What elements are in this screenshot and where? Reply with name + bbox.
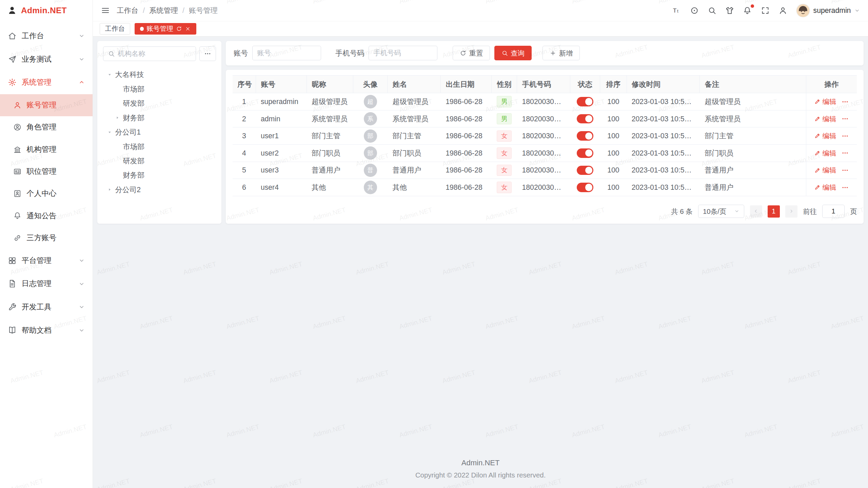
fullscreen-icon[interactable] <box>761 6 770 15</box>
cell-index: 3 <box>233 127 256 145</box>
caret-down-icon[interactable] <box>105 70 114 79</box>
row-more-button[interactable] <box>841 166 849 174</box>
row-more-button[interactable] <box>841 149 849 157</box>
reset-label: 重置 <box>469 48 483 58</box>
tree-node[interactable]: 大名科技 <box>103 67 216 82</box>
theme-icon[interactable] <box>725 6 734 15</box>
breadcrumb-item[interactable]: 系统管理 <box>149 6 178 15</box>
search-button[interactable]: 查询 <box>494 46 532 60</box>
search-icon <box>501 50 508 57</box>
caret-right-icon[interactable] <box>105 185 114 194</box>
cell-avatar: 系 <box>353 110 388 127</box>
tree-node[interactable]: 财务部 <box>103 110 216 125</box>
font-size-icon[interactable]: Tt <box>672 6 681 15</box>
sidebar-item-position-management[interactable]: 职位管理 <box>0 160 93 182</box>
tree-node[interactable]: 研发部 <box>103 154 216 168</box>
prev-page-button[interactable] <box>750 205 762 218</box>
search-icon[interactable] <box>708 6 716 15</box>
caret-down-icon[interactable] <box>105 128 114 137</box>
topbar-action-icons: Tt <box>672 6 787 15</box>
edit-button[interactable]: 编辑 <box>814 165 836 175</box>
sidebar-item-dev-tools[interactable]: 开发工具 <box>0 296 93 319</box>
status-toggle[interactable] <box>577 114 593 124</box>
status-toggle[interactable] <box>577 166 593 175</box>
tree-node[interactable]: 财务部 <box>103 168 216 182</box>
org-more-button[interactable] <box>199 46 216 61</box>
account-input[interactable] <box>257 49 316 57</box>
notification-icon[interactable] <box>743 6 752 15</box>
row-more-button[interactable] <box>841 98 849 106</box>
sidebar-item-workbench[interactable]: 工作台 <box>0 24 93 48</box>
edit-button[interactable]: 编辑 <box>814 114 836 124</box>
cell-account: admin <box>256 110 307 127</box>
tree-node[interactable]: 分公司1 <box>103 125 216 139</box>
row-avatar: 其 <box>364 181 377 194</box>
tree-node-label: 市场部 <box>123 84 144 94</box>
edit-button[interactable]: 编辑 <box>814 183 836 192</box>
sidebar-item-notice[interactable]: 通知公告 <box>0 205 93 227</box>
toggle-knob <box>585 98 592 105</box>
sidebar-item-log-management[interactable]: 日志管理 <box>0 272 93 296</box>
status-toggle[interactable] <box>577 148 593 158</box>
status-toggle[interactable] <box>577 131 593 141</box>
next-page-button[interactable] <box>785 205 797 218</box>
cell-phone: 18020030720 <box>517 93 570 110</box>
sidebar-item-label: 机构管理 <box>26 144 56 155</box>
status-toggle[interactable] <box>577 97 593 106</box>
cell-index: 5 <box>233 162 256 179</box>
sidebar-item-platform-management[interactable]: 平台管理 <box>0 249 93 272</box>
user-panel-icon[interactable] <box>778 6 787 15</box>
edit-button[interactable]: 编辑 <box>814 97 836 106</box>
page-number-button[interactable]: 1 <box>768 205 780 218</box>
chevron-down-icon <box>78 56 85 63</box>
tree-node[interactable]: 市场部 <box>103 139 216 154</box>
cell-remark: 系统管理员 <box>700 110 806 127</box>
sidebar-item-system-management[interactable]: 系统管理 <box>0 71 93 94</box>
edit-button[interactable]: 编辑 <box>814 131 836 141</box>
tab-close-icon[interactable] <box>185 26 191 32</box>
breadcrumb-item[interactable]: 工作台 <box>117 6 138 15</box>
filter-bar: 账号 手机号码 重置 <box>226 41 864 65</box>
tree-node[interactable]: 研发部 <box>103 96 216 110</box>
logo[interactable]: Admin.NET <box>0 0 93 21</box>
tree-node[interactable]: 市场部 <box>103 82 216 96</box>
sidebar-item-account-management[interactable]: 账号管理 <box>0 94 93 116</box>
row-more-button[interactable] <box>841 115 849 123</box>
tree-node[interactable]: 分公司2 <box>103 183 216 197</box>
goto-page-input[interactable] <box>822 205 844 218</box>
caret-right-icon[interactable] <box>113 114 122 122</box>
cell-name: 系统管理员 <box>388 110 441 127</box>
sidebar-item-third-party-account[interactable]: 三方账号 <box>0 227 93 249</box>
sidebar-item-personal-center[interactable]: 个人中心 <box>0 183 93 205</box>
add-button[interactable]: 新增 <box>542 46 580 60</box>
cell-modified: 2023-01-03 10:59:44 <box>627 110 700 127</box>
menu-collapse-icon[interactable] <box>101 6 110 15</box>
sidebar-item-help-docs[interactable]: 帮助文档 <box>0 319 93 342</box>
cell-status <box>570 162 600 179</box>
tab-workbench[interactable]: 工作台 <box>100 23 130 35</box>
column-header-modified: 修改时间 <box>627 75 700 93</box>
locale-icon[interactable] <box>690 6 699 15</box>
toggle-knob <box>585 184 592 191</box>
sidebar-item-business-test[interactable]: 业务测试 <box>0 47 93 71</box>
add-label: 新增 <box>559 48 573 58</box>
org-search-input[interactable] <box>118 50 191 58</box>
sidebar-item-role-management[interactable]: 角色管理 <box>0 116 93 138</box>
row-more-button[interactable] <box>841 132 849 140</box>
tab-refresh-icon[interactable] <box>176 26 182 32</box>
edit-button[interactable]: 编辑 <box>814 148 836 158</box>
row-more-button[interactable] <box>841 184 849 191</box>
sidebar-item-org-management[interactable]: 机构管理 <box>0 138 93 160</box>
user-menu[interactable]: superadmin <box>796 4 860 18</box>
chevron-up-icon <box>78 79 85 86</box>
tab-account-management[interactable]: 账号管理 <box>135 23 196 35</box>
sidebar: Admin.NET 工作台业务测试系统管理账号管理角色管理机构管理职位管理个人中… <box>0 0 93 488</box>
cell-remark: 普通用户 <box>700 162 806 179</box>
phone-input[interactable] <box>373 49 432 57</box>
page-size-select[interactable]: 10条/页 <box>698 205 744 218</box>
table-row: 4user2部门职员部部门职员1986-06-28女18020030720100… <box>233 145 857 162</box>
org-search-row <box>103 46 216 61</box>
status-toggle[interactable] <box>577 183 593 192</box>
role-icon <box>13 123 21 131</box>
reset-button[interactable]: 重置 <box>453 46 490 60</box>
